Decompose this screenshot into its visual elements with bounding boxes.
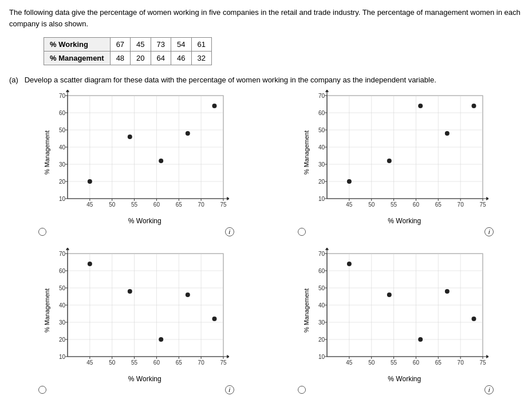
row1-val1: 67 — [110, 38, 130, 52]
data-point — [472, 317, 476, 321]
svg-text:10: 10 — [318, 354, 325, 360]
svg-marker-63 — [486, 197, 488, 200]
chart-radio-1[interactable] — [38, 228, 46, 236]
data-point — [88, 179, 92, 184]
svg-marker-112 — [66, 248, 69, 250]
row2-val1: 48 — [110, 52, 130, 65]
row1-val4: 54 — [171, 38, 191, 52]
svg-text:10: 10 — [59, 196, 66, 202]
svg-marker-159 — [325, 248, 329, 250]
svg-text:75: 75 — [220, 201, 227, 208]
svg-text:50: 50 — [368, 201, 375, 208]
svg-text:50: 50 — [59, 127, 66, 133]
svg-text:70: 70 — [59, 93, 66, 99]
svg-text:70: 70 — [59, 251, 66, 257]
data-point — [445, 289, 450, 294]
svg-text:40: 40 — [318, 302, 325, 309]
chart-radio-2[interactable] — [298, 228, 306, 236]
svg-text:10: 10 — [59, 354, 66, 360]
svg-text:50: 50 — [59, 285, 66, 291]
row2-label: % Management — [44, 52, 111, 65]
svg-text:70: 70 — [318, 93, 325, 99]
svg-text:70: 70 — [458, 359, 464, 366]
svg-marker-157 — [486, 355, 488, 358]
data-table: % Working 67 45 73 54 61 % Management 48… — [44, 37, 212, 65]
y-label-3: % Management — [44, 288, 50, 333]
svg-text:40: 40 — [59, 144, 66, 151]
svg-text:50: 50 — [109, 201, 116, 208]
chart-info-1[interactable]: i — [225, 227, 234, 236]
row2-val4: 46 — [171, 52, 191, 65]
svg-text:50: 50 — [109, 359, 116, 366]
svg-text:60: 60 — [59, 110, 66, 116]
svg-text:45: 45 — [86, 201, 93, 208]
data-point — [212, 317, 216, 321]
svg-text:70: 70 — [198, 201, 204, 208]
svg-text:45: 45 — [346, 201, 353, 208]
part-a-letter: (a) — [9, 76, 18, 84]
data-point — [418, 337, 423, 342]
row1-val3: 73 — [151, 38, 171, 52]
data-point — [186, 131, 190, 136]
svg-text:55: 55 — [131, 201, 138, 208]
row1-val2: 45 — [131, 38, 151, 52]
data-point — [387, 292, 392, 297]
svg-text:20: 20 — [318, 179, 325, 185]
chart-svg-3: 4550556065707510203040506070 — [52, 248, 229, 374]
data-point — [186, 292, 190, 297]
svg-text:65: 65 — [435, 201, 442, 208]
svg-text:60: 60 — [153, 201, 160, 208]
charts-grid: % Management4550556065707510203040506070… — [9, 90, 523, 394]
chart-info-4[interactable]: i — [484, 385, 494, 394]
svg-text:20: 20 — [59, 179, 66, 185]
row2-val5: 32 — [191, 52, 211, 65]
svg-text:10: 10 — [318, 196, 325, 202]
svg-text:55: 55 — [391, 359, 397, 366]
chart-wrapper-3: % Management4550556065707510203040506070… — [9, 248, 263, 394]
part-a-text: Develop a scatter diagram for these data… — [25, 76, 436, 84]
svg-text:45: 45 — [346, 359, 353, 366]
svg-text:50: 50 — [318, 127, 325, 133]
data-point — [472, 104, 476, 108]
svg-text:75: 75 — [480, 201, 487, 208]
intro-text: The following data give the percentage o… — [9, 7, 523, 29]
chart-radio-3[interactable] — [38, 386, 46, 394]
svg-marker-18 — [66, 90, 69, 92]
svg-text:30: 30 — [318, 319, 325, 326]
chart-info-2[interactable]: i — [484, 227, 494, 236]
chart-info-3[interactable]: i — [225, 385, 234, 394]
chart-wrapper-2: % Management4550556065707510203040506070… — [269, 90, 523, 236]
svg-text:30: 30 — [59, 161, 66, 168]
x-label-4: % Working — [388, 375, 421, 383]
svg-text:30: 30 — [59, 319, 66, 326]
svg-text:40: 40 — [59, 302, 66, 309]
data-point — [88, 262, 92, 266]
data-point — [128, 135, 132, 139]
x-label-3: % Working — [128, 375, 161, 383]
svg-text:60: 60 — [318, 268, 325, 274]
chart-radio-4[interactable] — [298, 386, 306, 394]
data-point — [159, 337, 163, 342]
svg-text:45: 45 — [86, 359, 93, 366]
data-point — [387, 159, 392, 163]
svg-text:20: 20 — [59, 337, 66, 343]
svg-text:60: 60 — [413, 201, 420, 208]
data-point — [128, 289, 132, 294]
svg-text:55: 55 — [391, 201, 397, 208]
y-label-2: % Management — [303, 131, 310, 175]
x-label-1: % Working — [128, 217, 161, 225]
data-point — [347, 262, 352, 266]
svg-text:65: 65 — [175, 201, 182, 208]
svg-text:70: 70 — [318, 251, 325, 257]
svg-text:40: 40 — [318, 144, 325, 151]
svg-text:50: 50 — [368, 359, 375, 366]
chart-svg-2: 4550556065707510203040506070 — [311, 90, 488, 216]
data-point — [159, 159, 163, 163]
chart-wrapper-1: % Management4550556065707510203040506070… — [9, 90, 263, 236]
svg-text:30: 30 — [318, 161, 325, 168]
part-a-label: (a) Develop a scatter diagram for these … — [9, 76, 523, 84]
row1-val5: 61 — [191, 38, 211, 52]
svg-text:60: 60 — [59, 268, 66, 274]
svg-text:65: 65 — [175, 359, 182, 366]
data-point — [212, 104, 216, 108]
